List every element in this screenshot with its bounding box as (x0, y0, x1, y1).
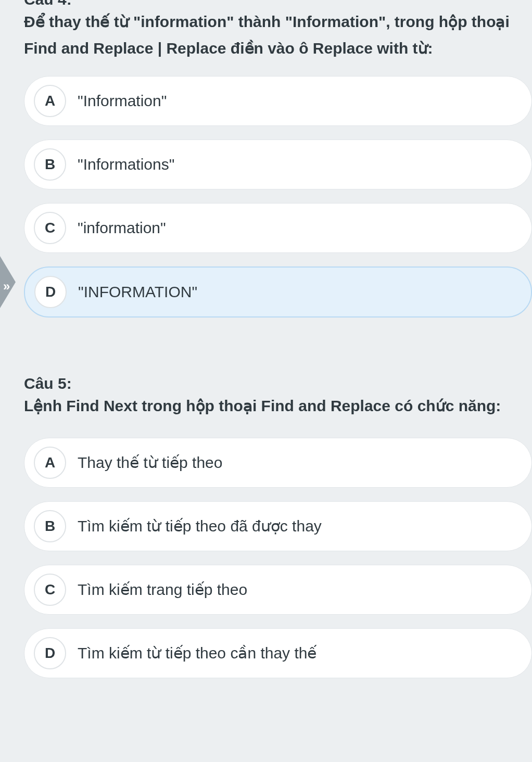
q4-option-c[interactable]: C "information" (24, 203, 532, 253)
q4-option-b[interactable]: B "Informations" (24, 139, 532, 189)
option-text: Tìm kiếm trang tiếp theo (78, 580, 247, 599)
question-4: Câu 4: Để thay thế từ "information" thàn… (24, 0, 532, 318)
svg-text:»: » (3, 279, 10, 293)
quiz-page: » Câu 4: Để thay thế từ "information" th… (0, 0, 532, 753)
question-5: Câu 5: Lệnh Find Next trong hộp thoại Fi… (24, 375, 532, 678)
option-letter: B (34, 148, 66, 181)
option-letter: C (34, 574, 66, 606)
option-text: "information" (78, 219, 166, 237)
q5-option-b[interactable]: B Tìm kiếm từ tiếp theo đã được thay (24, 501, 532, 551)
q4-option-d[interactable]: D "INFORMATION" (24, 266, 532, 318)
q4-option-a[interactable]: A "Information" (24, 76, 532, 126)
question-5-options: A Thay thế từ tiếp theo B Tìm kiếm từ ti… (24, 438, 532, 678)
q5-option-a[interactable]: A Thay thế từ tiếp theo (24, 438, 532, 488)
option-letter: B (34, 510, 66, 542)
expand-sidebar-tab[interactable]: » (0, 256, 16, 308)
option-text: Tìm kiếm từ tiếp theo đã được thay (78, 517, 322, 535)
option-text: Tìm kiếm từ tiếp theo cần thay thế (78, 644, 316, 662)
q5-option-d[interactable]: D Tìm kiếm từ tiếp theo cần thay thế (24, 628, 532, 678)
option-letter: D (34, 276, 67, 308)
option-text: "Information" (78, 92, 167, 110)
question-5-text: Lệnh Find Next trong hộp thoại Find and … (24, 392, 532, 420)
content-area: Câu 4: Để thay thế từ "information" thàn… (15, 0, 532, 699)
question-4-options: A "Information" B "Informations" C "info… (24, 76, 532, 318)
question-5-label: Câu 5: (24, 375, 532, 392)
option-text: Thay thế từ tiếp theo (78, 453, 222, 472)
option-text: "INFORMATION" (78, 283, 197, 301)
option-letter: C (34, 212, 66, 244)
question-4-text: Để thay thế từ "information" thành "Info… (24, 8, 532, 61)
option-letter: D (34, 637, 66, 669)
option-letter: A (34, 85, 66, 117)
question-4-label: Câu 4: (24, 0, 532, 8)
q5-option-c[interactable]: C Tìm kiếm trang tiếp theo (24, 565, 532, 615)
chevron-right-double-icon: » (0, 256, 16, 308)
option-text: "Informations" (78, 156, 174, 173)
spacer (24, 318, 532, 375)
option-letter: A (34, 447, 66, 479)
